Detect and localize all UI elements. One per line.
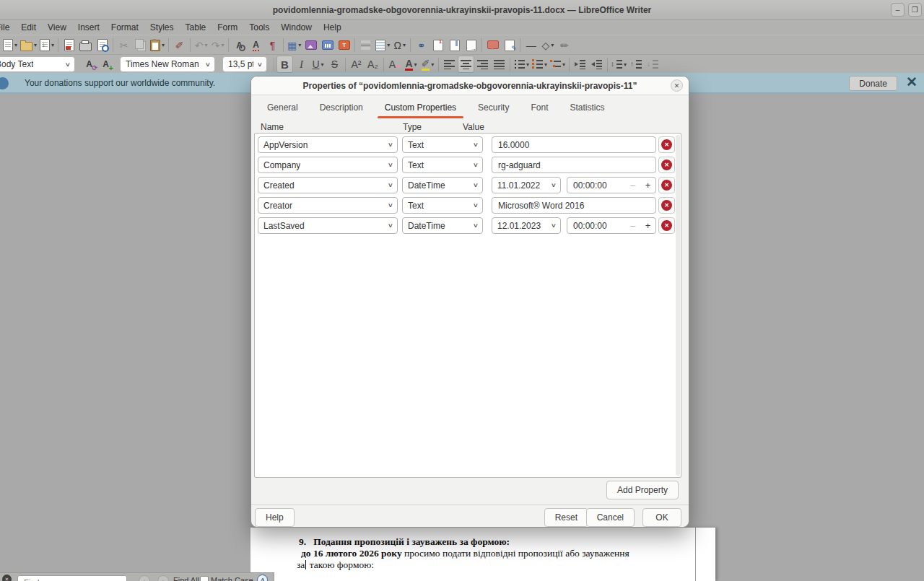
- outline-list-icon[interactable]: ▾: [549, 56, 567, 73]
- new-style-icon[interactable]: [97, 56, 114, 73]
- bold-icon[interactable]: B: [276, 56, 293, 73]
- menu-table[interactable]: Table: [180, 21, 212, 34]
- clear-formatting-icon[interactable]: A: [386, 56, 403, 73]
- formatting-marks-icon[interactable]: ¶: [264, 37, 281, 54]
- update-style-icon[interactable]: [81, 56, 97, 73]
- undo-icon[interactable]: ↶▾: [193, 37, 209, 54]
- document-page[interactable]: 9.Подання пропозицій і зауважень за форм…: [250, 528, 715, 581]
- print-preview-icon[interactable]: [94, 37, 110, 54]
- increase-indent-icon[interactable]: [572, 56, 588, 73]
- line-spacing-icon[interactable]: ▾: [610, 56, 628, 73]
- cut-icon[interactable]: ✂: [116, 37, 132, 54]
- font-name-combo[interactable]: Times New Roman ∨: [120, 56, 215, 72]
- property-type-combo[interactable]: DateTime∨: [402, 217, 483, 234]
- search-input[interactable]: [22, 577, 112, 581]
- delete-property-button[interactable]: ✕: [658, 177, 675, 193]
- tab-general[interactable]: General: [257, 95, 308, 120]
- print-icon[interactable]: [77, 37, 94, 54]
- insert-bookmark-icon[interactable]: [446, 37, 463, 54]
- menu-window[interactable]: Window: [275, 21, 318, 34]
- tab-description[interactable]: Description: [310, 95, 373, 120]
- menu-insert[interactable]: Insert: [72, 21, 105, 34]
- property-type-combo[interactable]: Text∨: [402, 197, 483, 214]
- maximize-button[interactable]: ❒: [908, 3, 922, 17]
- delete-property-button[interactable]: ✕: [658, 157, 675, 173]
- draw-freeform-icon[interactable]: ✏: [556, 37, 572, 54]
- insert-table-icon[interactable]: ▦▾: [286, 37, 302, 54]
- find-close-icon[interactable]: ✕: [2, 575, 12, 581]
- menu-format[interactable]: Format: [105, 21, 144, 34]
- decrease-paragraph-spacing-icon[interactable]: [645, 56, 661, 73]
- subscript-icon[interactable]: A₂: [365, 56, 381, 73]
- italic-icon[interactable]: I: [293, 56, 310, 73]
- numbered-list-icon[interactable]: ▾: [531, 56, 549, 73]
- find-previous-button[interactable]: ‹: [139, 575, 150, 581]
- menu-view[interactable]: View: [42, 21, 72, 34]
- property-name-combo[interactable]: Creator∨: [258, 197, 398, 214]
- menu-edit[interactable]: Edit: [15, 21, 42, 34]
- superscript-icon[interactable]: A²: [348, 56, 365, 73]
- delete-property-button[interactable]: ✕: [658, 136, 675, 153]
- insert-comment-icon[interactable]: [484, 37, 501, 54]
- property-time-input[interactable]: 00:00:00–+: [567, 217, 656, 234]
- tab-security[interactable]: Security: [468, 95, 519, 120]
- minimize-button[interactable]: –: [891, 3, 905, 17]
- strikethrough-icon[interactable]: S: [326, 56, 343, 73]
- time-decrement-button[interactable]: –: [625, 218, 640, 233]
- time-decrement-button[interactable]: –: [625, 178, 640, 193]
- property-type-combo[interactable]: Text∨: [402, 157, 483, 173]
- highlight-color-icon[interactable]: ✐▾: [419, 56, 436, 73]
- help-button[interactable]: Help: [255, 508, 295, 527]
- find-and-replace-icon[interactable]: A: [257, 575, 268, 581]
- property-type-combo[interactable]: DateTime∨: [402, 177, 483, 193]
- menu-tools[interactable]: Tools: [243, 21, 275, 34]
- menu-styles[interactable]: Styles: [144, 21, 180, 34]
- paragraph-style-combo[interactable]: Body Text ∨: [0, 56, 75, 72]
- menu-file[interactable]: File: [0, 21, 15, 34]
- save-icon[interactable]: ▾: [38, 37, 56, 54]
- insert-page-break-icon[interactable]: [357, 37, 374, 54]
- font-size-combo[interactable]: 13,5 pt ∨: [222, 56, 267, 72]
- insert-line-icon[interactable]: —: [523, 37, 539, 54]
- track-changes-icon[interactable]: [501, 37, 518, 54]
- search-input-combo[interactable]: ∨: [17, 575, 127, 581]
- time-increment-button[interactable]: +: [640, 218, 655, 233]
- underline-icon[interactable]: U▾: [310, 56, 326, 73]
- paste-icon[interactable]: ▾: [149, 37, 166, 54]
- menu-form[interactable]: Form: [212, 21, 243, 34]
- decrease-indent-icon[interactable]: [588, 56, 605, 73]
- menu-help[interactable]: Help: [318, 21, 347, 34]
- property-time-input[interactable]: 00:00:00–+: [567, 177, 656, 193]
- property-type-combo[interactable]: Text∨: [402, 136, 483, 153]
- vertical-scrollbar[interactable]: [676, 135, 680, 476]
- copy-icon[interactable]: [132, 37, 149, 54]
- property-name-combo[interactable]: AppVersion∨: [258, 136, 398, 153]
- export-pdf-icon[interactable]: [61, 37, 77, 54]
- align-left-icon[interactable]: [441, 56, 458, 73]
- property-value-input[interactable]: 16.0000: [492, 136, 656, 153]
- infobar-close-icon[interactable]: ✕: [906, 74, 918, 90]
- bullet-list-icon[interactable]: ▾: [513, 56, 531, 73]
- insert-footnote-icon[interactable]: [430, 37, 446, 54]
- insert-text-box-icon[interactable]: [336, 37, 352, 54]
- insert-field-icon[interactable]: ▾: [374, 37, 391, 54]
- insert-chart-icon[interactable]: [319, 37, 336, 54]
- redo-icon[interactable]: ↷▾: [209, 37, 226, 54]
- delete-property-button[interactable]: ✕: [658, 197, 675, 214]
- property-value-input[interactable]: Microsoft® Word 2016: [492, 197, 656, 214]
- basic-shapes-icon[interactable]: ◇▾: [539, 37, 556, 54]
- spell-check-icon[interactable]: [231, 37, 248, 54]
- tab-custom-properties[interactable]: Custom Properties: [375, 95, 466, 120]
- justify-icon[interactable]: [491, 56, 507, 73]
- property-date-combo[interactable]: 11.01.2022∨: [492, 177, 561, 193]
- cancel-button[interactable]: Cancel: [586, 508, 635, 527]
- insert-cross-reference-icon[interactable]: [463, 37, 479, 54]
- insert-hyperlink-icon[interactable]: ⚭: [413, 37, 430, 54]
- new-document-icon[interactable]: ▾: [1, 37, 19, 54]
- dialog-close-button[interactable]: ✕: [671, 79, 683, 92]
- tab-statistics[interactable]: Statistics: [559, 95, 614, 120]
- auto-spellcheck-icon[interactable]: [248, 37, 264, 54]
- property-name-combo[interactable]: LastSaved∨: [258, 217, 398, 234]
- ok-button[interactable]: OK: [642, 508, 681, 527]
- property-date-combo[interactable]: 12.01.2023∨: [492, 217, 561, 234]
